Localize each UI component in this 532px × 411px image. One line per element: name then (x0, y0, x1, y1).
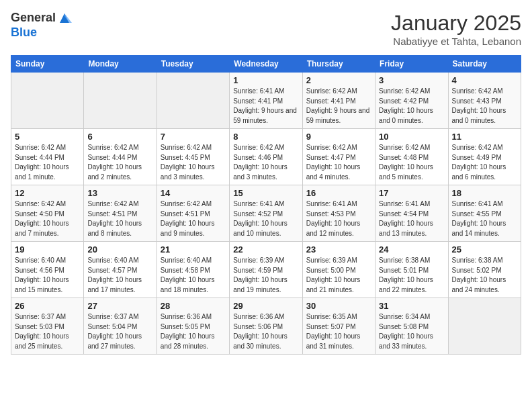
calendar-cell: 15Sunrise: 6:41 AM Sunset: 4:52 PM Dayli… (230, 185, 302, 242)
logo-blue: Blue (11, 26, 37, 39)
day-number: 6 (87, 132, 152, 142)
day-number: 5 (15, 132, 80, 142)
calendar-cell: 3Sunrise: 6:42 AM Sunset: 4:42 PM Daylig… (375, 73, 448, 129)
day-number: 13 (87, 188, 152, 198)
title-block: January 2025 Nabatiyye et Tahta, Lebanon (391, 11, 521, 47)
day-number: 23 (306, 244, 371, 255)
day-header-saturday: Saturday (448, 56, 521, 73)
day-header-monday: Monday (84, 56, 157, 73)
day-number: 21 (161, 244, 226, 255)
calendar-cell: 11Sunrise: 6:42 AM Sunset: 4:49 PM Dayli… (448, 129, 521, 185)
day-number: 31 (379, 301, 444, 311)
day-header-friday: Friday (375, 56, 448, 73)
day-info: Sunrise: 6:42 AM Sunset: 4:43 PM Dayligh… (452, 87, 517, 126)
calendar-cell: 25Sunrise: 6:38 AM Sunset: 5:02 PM Dayli… (448, 242, 521, 298)
calendar-title: January 2025 (391, 11, 521, 36)
day-number: 14 (161, 188, 226, 198)
day-header-sunday: Sunday (11, 56, 84, 73)
day-number: 28 (161, 301, 226, 311)
day-info: Sunrise: 6:37 AM Sunset: 5:04 PM Dayligh… (87, 312, 152, 351)
day-number: 3 (379, 75, 444, 85)
day-info: Sunrise: 6:34 AM Sunset: 5:08 PM Dayligh… (379, 312, 444, 351)
day-info: Sunrise: 6:41 AM Sunset: 4:54 PM Dayligh… (379, 199, 444, 238)
calendar-cell: 24Sunrise: 6:38 AM Sunset: 5:01 PM Dayli… (375, 242, 448, 298)
day-number: 26 (15, 301, 80, 311)
day-info: Sunrise: 6:37 AM Sunset: 5:03 PM Dayligh… (15, 312, 80, 351)
day-info: Sunrise: 6:42 AM Sunset: 4:42 PM Dayligh… (379, 87, 444, 126)
day-number: 17 (379, 188, 444, 198)
calendar-cell: 26Sunrise: 6:37 AM Sunset: 5:03 PM Dayli… (11, 298, 84, 355)
calendar-cell: 7Sunrise: 6:42 AM Sunset: 4:45 PM Daylig… (157, 129, 229, 185)
day-info: Sunrise: 6:41 AM Sunset: 4:41 PM Dayligh… (233, 87, 298, 126)
calendar-cell: 18Sunrise: 6:41 AM Sunset: 4:55 PM Dayli… (448, 185, 521, 242)
logo-general: General (11, 11, 56, 26)
calendar-cell: 12Sunrise: 6:42 AM Sunset: 4:50 PM Dayli… (11, 185, 84, 242)
week-row-5: 26Sunrise: 6:37 AM Sunset: 5:03 PM Dayli… (11, 298, 521, 355)
day-number: 25 (452, 244, 517, 255)
day-info: Sunrise: 6:42 AM Sunset: 4:51 PM Dayligh… (161, 199, 226, 238)
calendar-cell: 14Sunrise: 6:42 AM Sunset: 4:51 PM Dayli… (157, 185, 229, 242)
day-number: 1 (233, 75, 298, 85)
day-info: Sunrise: 6:42 AM Sunset: 4:49 PM Dayligh… (452, 143, 517, 182)
calendar-cell: 17Sunrise: 6:41 AM Sunset: 4:54 PM Dayli… (375, 185, 448, 242)
calendar-cell (11, 73, 84, 129)
day-info: Sunrise: 6:36 AM Sunset: 5:06 PM Dayligh… (233, 312, 298, 351)
calendar-cell: 9Sunrise: 6:42 AM Sunset: 4:47 PM Daylig… (302, 129, 375, 185)
day-info: Sunrise: 6:40 AM Sunset: 4:56 PM Dayligh… (15, 256, 80, 295)
calendar-cell (84, 73, 157, 129)
day-number: 16 (306, 188, 371, 198)
day-header-thursday: Thursday (302, 56, 375, 73)
day-info: Sunrise: 6:42 AM Sunset: 4:44 PM Dayligh… (87, 143, 152, 182)
day-number: 19 (15, 244, 80, 255)
day-number: 2 (306, 75, 371, 85)
calendar-cell: 1Sunrise: 6:41 AM Sunset: 4:41 PM Daylig… (230, 73, 302, 129)
day-number: 29 (233, 301, 298, 311)
day-info: Sunrise: 6:40 AM Sunset: 4:57 PM Dayligh… (87, 256, 152, 295)
calendar-cell: 31Sunrise: 6:34 AM Sunset: 5:08 PM Dayli… (375, 298, 448, 355)
day-info: Sunrise: 6:42 AM Sunset: 4:41 PM Dayligh… (306, 87, 371, 126)
day-number: 11 (452, 132, 517, 142)
day-info: Sunrise: 6:40 AM Sunset: 4:58 PM Dayligh… (161, 256, 226, 295)
calendar-cell: 4Sunrise: 6:42 AM Sunset: 4:43 PM Daylig… (448, 73, 521, 129)
day-number: 30 (306, 301, 371, 311)
calendar-cell: 6Sunrise: 6:42 AM Sunset: 4:44 PM Daylig… (84, 129, 157, 185)
day-number: 12 (15, 188, 80, 198)
day-info: Sunrise: 6:41 AM Sunset: 4:55 PM Dayligh… (452, 199, 517, 238)
day-number: 22 (233, 244, 298, 255)
day-info: Sunrise: 6:42 AM Sunset: 4:51 PM Dayligh… (87, 199, 152, 238)
calendar-cell: 16Sunrise: 6:41 AM Sunset: 4:53 PM Dayli… (302, 185, 375, 242)
day-number: 27 (87, 301, 152, 311)
day-number: 4 (452, 75, 517, 85)
calendar-cell: 8Sunrise: 6:42 AM Sunset: 4:46 PM Daylig… (230, 129, 302, 185)
calendar-cell: 20Sunrise: 6:40 AM Sunset: 4:57 PM Dayli… (84, 242, 157, 298)
day-number: 20 (87, 244, 152, 255)
day-number: 24 (379, 244, 444, 255)
calendar-cell (157, 73, 229, 129)
calendar-cell: 10Sunrise: 6:42 AM Sunset: 4:48 PM Dayli… (375, 129, 448, 185)
day-info: Sunrise: 6:42 AM Sunset: 4:47 PM Dayligh… (306, 143, 371, 182)
week-row-3: 12Sunrise: 6:42 AM Sunset: 4:50 PM Dayli… (11, 185, 521, 242)
calendar-cell: 23Sunrise: 6:39 AM Sunset: 5:00 PM Dayli… (302, 242, 375, 298)
day-number: 18 (452, 188, 517, 198)
day-info: Sunrise: 6:39 AM Sunset: 5:00 PM Dayligh… (306, 256, 371, 295)
calendar-cell: 28Sunrise: 6:36 AM Sunset: 5:05 PM Dayli… (157, 298, 229, 355)
calendar-cell: 5Sunrise: 6:42 AM Sunset: 4:44 PM Daylig… (11, 129, 84, 185)
calendar-cell: 30Sunrise: 6:35 AM Sunset: 5:07 PM Dayli… (302, 298, 375, 355)
day-info: Sunrise: 6:38 AM Sunset: 5:02 PM Dayligh… (452, 256, 517, 295)
week-row-1: 1Sunrise: 6:41 AM Sunset: 4:41 PM Daylig… (11, 73, 521, 129)
calendar-cell: 29Sunrise: 6:36 AM Sunset: 5:06 PM Dayli… (230, 298, 302, 355)
calendar-cell (448, 298, 521, 355)
day-info: Sunrise: 6:42 AM Sunset: 4:50 PM Dayligh… (15, 199, 80, 238)
day-number: 7 (161, 132, 226, 142)
calendar-subtitle: Nabatiyye et Tahta, Lebanon (391, 36, 521, 47)
page-header: General Blue January 2025 Nabatiyye et T… (11, 11, 521, 47)
day-info: Sunrise: 6:36 AM Sunset: 5:05 PM Dayligh… (161, 312, 226, 351)
day-number: 9 (306, 132, 371, 142)
day-number: 15 (233, 188, 298, 198)
day-info: Sunrise: 6:42 AM Sunset: 4:44 PM Dayligh… (15, 143, 80, 182)
day-info: Sunrise: 6:42 AM Sunset: 4:45 PM Dayligh… (161, 143, 226, 182)
day-info: Sunrise: 6:35 AM Sunset: 5:07 PM Dayligh… (306, 312, 371, 351)
week-row-2: 5Sunrise: 6:42 AM Sunset: 4:44 PM Daylig… (11, 129, 521, 185)
week-row-4: 19Sunrise: 6:40 AM Sunset: 4:56 PM Dayli… (11, 242, 521, 298)
logo-icon (57, 11, 72, 26)
